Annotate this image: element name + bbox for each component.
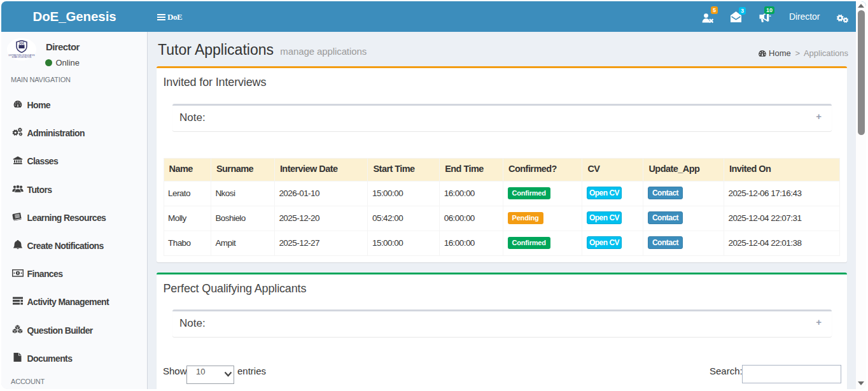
svg-text:◆ ◆ ◆: ◆ ◆ ◆: [19, 41, 24, 43]
